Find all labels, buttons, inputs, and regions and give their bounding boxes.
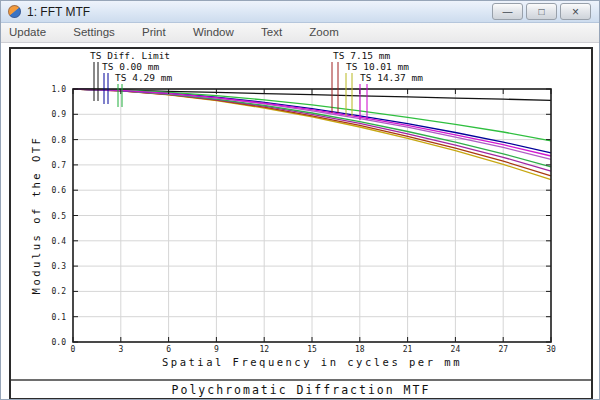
x-tick-label: 0: [71, 345, 76, 354]
legend-label: TS 0.00 mm: [102, 61, 159, 72]
menu-zoom[interactable]: Zoom: [309, 26, 338, 38]
maximize-button[interactable]: □: [526, 3, 557, 20]
y-tick-label: 0.2: [52, 287, 67, 296]
legend-label: TS Diff. Limit: [90, 50, 170, 61]
y-tick-label: 0.0: [52, 338, 67, 347]
app-window: 1: FFT MTF — □ × Update Settings Print W…: [0, 0, 600, 400]
y-tick-label: 0.3: [52, 262, 67, 271]
mtf-chart: 0369121518212427300.00.10.20.30.40.50.60…: [9, 47, 593, 400]
chart-title: Polychromatic Diffraction MTF: [172, 383, 431, 397]
menu-text[interactable]: Text: [261, 26, 282, 38]
x-tick-label: 21: [403, 345, 413, 354]
window-controls: — □ ×: [492, 3, 591, 20]
x-tick-label: 6: [166, 345, 171, 354]
y-tick-label: 0.7: [52, 161, 67, 170]
legend-label: TS 4.29 mm: [115, 72, 172, 83]
minimize-button[interactable]: —: [492, 3, 523, 20]
chart-legend: TS Diff. LimitTS 0.00 mmTS 4.29 mmTS 7.1…: [90, 50, 423, 120]
x-tick-label: 3: [118, 345, 123, 354]
menu-bar: Update Settings Print Window Text Zoom: [1, 23, 599, 43]
window-title: 1: FFT MTF: [27, 5, 90, 19]
y-tick-label: 0.9: [52, 110, 67, 119]
y-tick-label: 1.0: [52, 85, 67, 94]
legend-label: TS 10.01 mm: [346, 61, 409, 72]
x-tick-label: 9: [214, 345, 219, 354]
y-axis-title: Modulus of the OTF: [30, 136, 42, 295]
minimize-icon: —: [503, 7, 513, 17]
x-tick-label: 30: [546, 345, 556, 354]
app-icon[interactable]: [8, 5, 21, 18]
x-tick-label: 18: [355, 345, 365, 354]
close-button[interactable]: ×: [560, 3, 591, 20]
y-tick-label: 0.5: [52, 212, 67, 221]
x-tick-label: 24: [451, 345, 461, 354]
gridlines: [73, 89, 551, 342]
menu-settings[interactable]: Settings: [73, 26, 115, 38]
x-axis-title: Spatial Frequency in cycles per mm: [162, 356, 462, 368]
x-tick-label: 27: [498, 345, 508, 354]
menu-window[interactable]: Window: [193, 26, 234, 38]
tick-labels: 0369121518212427300.00.10.20.30.40.50.60…: [52, 85, 556, 354]
y-tick-label: 0.6: [52, 186, 67, 195]
y-tick-label: 0.8: [52, 136, 67, 145]
x-tick-label: 12: [259, 345, 269, 354]
maximize-icon: □: [538, 7, 544, 17]
menu-update[interactable]: Update: [9, 26, 46, 38]
menu-print[interactable]: Print: [142, 26, 166, 38]
window-titlebar[interactable]: 1: FFT MTF — □ ×: [1, 1, 599, 23]
y-tick-label: 0.4: [52, 237, 67, 246]
close-icon: ×: [572, 7, 579, 17]
x-tick-label: 15: [307, 345, 317, 354]
mtf-figure: 0369121518212427300.00.10.20.30.40.50.60…: [9, 47, 593, 400]
legend-label: TS 14.37 mm: [360, 72, 423, 83]
y-tick-label: 0.1: [52, 313, 67, 322]
legend-label: TS 7.15 mm: [333, 50, 390, 61]
